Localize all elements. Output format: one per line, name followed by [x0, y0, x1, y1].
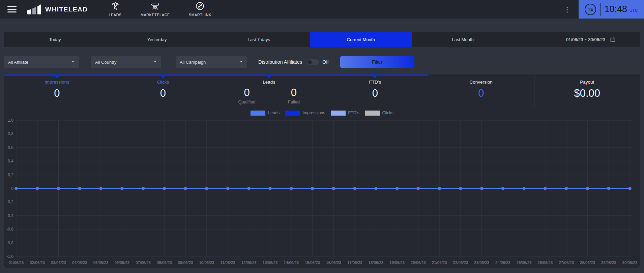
- tab-last-month[interactable]: Last Month: [412, 32, 514, 47]
- legend-label: Clicks: [382, 111, 393, 115]
- svg-text:-0,4: -0,4: [6, 213, 13, 218]
- affiliate-dropdown[interactable]: All Affiliate: [4, 56, 79, 68]
- nav-item-leads[interactable]: LEADS: [107, 1, 123, 18]
- svg-text:-0,2: -0,2: [6, 200, 13, 204]
- nav-item-smartlink[interactable]: SMARTLINK: [187, 1, 213, 18]
- svg-text:19/06/23: 19/06/23: [389, 261, 405, 265]
- stat-card-conversion: Conversion 0: [428, 74, 534, 108]
- date-range-tabs: Today Yesterday Last 7 days Current Mont…: [4, 32, 640, 47]
- svg-text:1,0: 1,0: [8, 118, 13, 123]
- avatar[interactable]: TE: [585, 4, 596, 15]
- filters-row: All Affiliate All Country All Campaign D…: [4, 56, 640, 68]
- stat-card-impressions[interactable]: Impressions 0: [4, 74, 110, 108]
- stat-card-clicks[interactable]: Clicks 0: [110, 74, 216, 108]
- svg-text:02/06/23: 02/06/23: [30, 261, 45, 265]
- leads-icon: [111, 2, 120, 12]
- kebab-menu-icon[interactable]: ⋮: [560, 3, 574, 16]
- svg-text:26/06/23: 26/06/23: [538, 261, 553, 265]
- stat-value: $0.00: [574, 87, 600, 99]
- legend-item[interactable]: FTD's: [331, 111, 359, 116]
- toggle-state-label: Off: [322, 59, 328, 65]
- svg-text:30/06/23: 30/06/23: [622, 261, 638, 265]
- main-nav: LEADS MARKETPLACE: [107, 1, 213, 18]
- stat-value: 0: [160, 87, 166, 99]
- tab-yesterday[interactable]: Yesterday: [106, 32, 208, 47]
- svg-text:0: 0: [11, 186, 13, 191]
- campaign-dropdown[interactable]: All Campaign: [176, 56, 247, 68]
- marketplace-icon: [151, 2, 159, 12]
- svg-text:07/06/23: 07/06/23: [136, 261, 151, 265]
- svg-text:21/06/23: 21/06/23: [432, 261, 447, 265]
- clock-timezone: UTC: [630, 6, 638, 13]
- svg-text:28/06/23: 28/06/23: [580, 261, 595, 265]
- svg-text:04/06/23: 04/06/23: [72, 261, 87, 265]
- stat-label: Clicks: [157, 80, 169, 85]
- brand-name: WHITELEAD: [45, 6, 88, 13]
- hamburger-menu-icon[interactable]: [6, 4, 18, 14]
- svg-text:08/06/23: 08/06/23: [157, 261, 172, 265]
- stats-row: Impressions 0 Clicks 0 Leads 0 Qualified…: [4, 74, 640, 108]
- smartlink-icon: [196, 2, 204, 12]
- stat-card-ftds[interactable]: FTD's 0: [322, 74, 428, 108]
- calendar-icon[interactable]: [610, 37, 616, 42]
- qualified-label: Qualified: [238, 99, 255, 104]
- nav-label-marketplace: MARKETPLACE: [141, 13, 170, 17]
- tab-last-7-days[interactable]: Last 7 days: [208, 32, 310, 47]
- tab-current-month[interactable]: Current Month: [310, 32, 412, 47]
- legend-swatch: [365, 111, 380, 116]
- failed-label: Failed: [288, 99, 300, 104]
- country-dropdown[interactable]: All Country: [91, 56, 161, 68]
- svg-text:13/06/23: 13/06/23: [263, 261, 278, 265]
- stat-value: 0: [372, 87, 378, 99]
- svg-text:05/06/23: 05/06/23: [93, 261, 109, 265]
- svg-text:-0,6: -0,6: [6, 227, 13, 232]
- tab-today[interactable]: Today: [4, 32, 106, 47]
- distribution-affiliates-toggle[interactable]: [307, 59, 319, 65]
- legend-label: FTD's: [348, 111, 359, 115]
- chart-legend: LeadsImpressionsFTD'sClicks: [4, 108, 640, 118]
- dashboard-panel: Impressions 0 Clicks 0 Leads 0 Qualified…: [4, 74, 640, 268]
- stat-card-leads[interactable]: Leads 0 Qualified 0 Failed: [216, 74, 322, 108]
- svg-text:27/06/23: 27/06/23: [559, 261, 574, 265]
- legend-item[interactable]: Leads: [251, 111, 280, 116]
- stat-label: Leads: [263, 80, 275, 85]
- svg-text:16/06/23: 16/06/23: [326, 261, 341, 265]
- header-right: ⋮ TE 10:48 UTC: [560, 0, 644, 19]
- svg-text:0,4: 0,4: [8, 159, 13, 163]
- svg-text:25/06/23: 25/06/23: [517, 261, 532, 265]
- user-time-box: TE 10:48 UTC: [579, 0, 644, 19]
- chevron-down-icon: [153, 59, 157, 65]
- svg-text:11/06/23: 11/06/23: [221, 261, 235, 265]
- svg-text:-0,8: -0,8: [6, 241, 13, 245]
- svg-text:01/06/23: 01/06/23: [9, 261, 24, 265]
- svg-text:0,2: 0,2: [8, 173, 13, 177]
- nav-label-smartlink: SMARTLINK: [189, 13, 211, 17]
- top-header: WHITELEAD LEADS M: [0, 0, 644, 19]
- svg-text:17/06/23: 17/06/23: [347, 261, 362, 265]
- svg-text:15/06/23: 15/06/23: [305, 261, 320, 265]
- chart-area: 01/06/2302/06/2303/06/2304/06/2305/06/23…: [4, 118, 640, 268]
- svg-text:-1,0: -1,0: [6, 254, 13, 259]
- svg-text:12/06/23: 12/06/23: [241, 261, 257, 265]
- legend-swatch: [285, 111, 300, 116]
- legend-item[interactable]: Clicks: [365, 111, 393, 116]
- svg-text:14/06/23: 14/06/23: [284, 261, 299, 265]
- svg-text:24/06/23: 24/06/23: [495, 261, 510, 265]
- legend-item[interactable]: Impressions: [285, 111, 325, 116]
- svg-text:18/06/23: 18/06/23: [369, 261, 384, 265]
- stat-label: Impressions: [45, 80, 69, 85]
- clock-time: 10:48: [604, 4, 627, 14]
- chevron-down-icon: [239, 59, 243, 65]
- svg-text:29/06/23: 29/06/23: [601, 261, 616, 265]
- filter-button[interactable]: Filter: [340, 56, 414, 68]
- svg-text:09/06/23: 09/06/23: [178, 261, 193, 265]
- brand-logo-icon: [27, 4, 41, 14]
- country-dropdown-value: All Country: [95, 60, 117, 65]
- stat-card-payout: Payout $0.00: [534, 74, 640, 108]
- stat-label: Payout: [580, 80, 594, 85]
- date-range-picker[interactable]: 01/06/23 ~ 30/06/23: [514, 32, 640, 47]
- nav-item-marketplace[interactable]: MARKETPLACE: [139, 1, 171, 18]
- divider: [600, 3, 601, 16]
- affiliate-dropdown-value: All Affiliate: [8, 60, 28, 65]
- nav-label-leads: LEADS: [109, 13, 121, 17]
